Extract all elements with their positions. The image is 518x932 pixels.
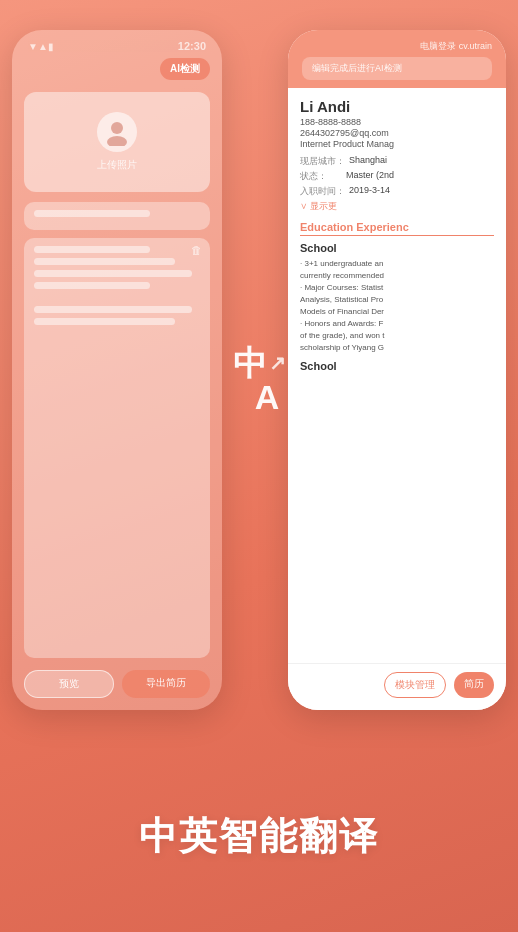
bottom-title-area: 中英智能翻译 — [0, 760, 518, 932]
work-line-3 — [34, 270, 192, 277]
right-bottom-bar: 模块管理 简历 — [288, 663, 506, 710]
school1-line5: Models of Financial Der — [300, 306, 494, 318]
status-label: 状态： — [300, 170, 342, 183]
work-section: 🗑 — [24, 238, 210, 658]
status-row: 状态： Master (2nd — [300, 170, 494, 183]
clock: 12:30 — [178, 40, 206, 52]
school1-line6: · Honors and Awards: F — [300, 318, 494, 330]
person-phone: 188-8888-8888 — [300, 117, 494, 127]
school1-name: School — [300, 242, 494, 254]
module-manage-button[interactable]: 模块管理 — [384, 672, 446, 698]
person-title: Internet Product Manag — [300, 139, 494, 149]
person-email: 2644302795@qq.com — [300, 128, 494, 138]
english-char: A — [255, 380, 280, 414]
city-value: Shanghai — [349, 155, 387, 168]
work-line-4 — [34, 282, 150, 289]
work-line-6 — [34, 318, 175, 325]
left-status-bar: ▼▲▮ 12:30 — [12, 30, 222, 58]
work-line-5 — [34, 306, 192, 313]
work-line-2 — [34, 258, 175, 265]
resume-button[interactable]: 简历 — [454, 672, 494, 698]
chinese-char: 中 — [233, 346, 267, 380]
ai-btn-container: AI检测 — [12, 58, 222, 88]
signal-icon: ▼▲▮ — [28, 41, 54, 52]
resume-content: Li Andi 188-8888-8888 2644302795@qq.com … — [288, 88, 506, 663]
avatar-icon — [97, 112, 137, 152]
arrow-icon: ↗ — [269, 353, 286, 373]
photo-upload-area[interactable]: 上传照片 — [24, 92, 210, 192]
school1-line8: scholarship of Yiyang G — [300, 342, 494, 354]
svg-point-0 — [111, 122, 123, 134]
pc-login-link[interactable]: 电脑登录 cv.utrain — [302, 40, 492, 53]
show-more-btn[interactable]: ∨ 显示更 — [300, 200, 494, 213]
translate-icon-center: 中 ↗ A — [233, 346, 286, 414]
city-row: 现居城市： Shanghai — [300, 155, 494, 168]
upload-label: 上传照片 — [97, 158, 137, 172]
join-value: 2019-3-14 — [349, 185, 390, 198]
city-label: 现居城市： — [300, 155, 345, 168]
school1-line2: currently recommended — [300, 270, 494, 282]
join-label: 入职时间： — [300, 185, 345, 198]
school2-name: School — [300, 360, 494, 372]
school1-desc: · 3+1 undergraduate an currently recomme… — [300, 258, 494, 354]
work-line-1 — [34, 246, 150, 253]
school1-line4: Analysis, Statistical Pro — [300, 294, 494, 306]
basic-info-line — [34, 210, 150, 217]
right-top-bar: 电脑登录 cv.utrain 编辑完成后进行AI检测 — [288, 30, 506, 88]
join-row: 入职时间： 2019-3-14 — [300, 185, 494, 198]
delete-icon[interactable]: 🗑 — [191, 244, 202, 256]
ai-detect-bar[interactable]: 编辑完成后进行AI检测 — [302, 57, 492, 80]
left-phone-bottom-btns: 预览 导出简历 — [12, 662, 222, 710]
status-value: Master (2nd — [346, 170, 394, 183]
school1-line7: of the grade), and won t — [300, 330, 494, 342]
school1-line1: · 3+1 undergraduate an — [300, 258, 494, 270]
left-phone: ▼▲▮ 12:30 AI检测 上传照片 — [12, 30, 222, 710]
education-section-title: Education Experienc — [300, 221, 494, 236]
basic-info-section — [24, 202, 210, 230]
main-title: 中英智能翻译 — [139, 811, 379, 862]
export-button[interactable]: 导出简历 — [122, 670, 210, 698]
right-phone: 电脑登录 cv.utrain 编辑完成后进行AI检测 Li Andi 188-8… — [288, 30, 506, 710]
phones-area: ▼▲▮ 12:30 AI检测 上传照片 — [0, 0, 518, 760]
school1-line3: · Major Courses: Statist — [300, 282, 494, 294]
main-container: ▼▲▮ 12:30 AI检测 上传照片 — [0, 0, 518, 932]
ai-detect-button[interactable]: AI检测 — [160, 58, 210, 80]
person-name: Li Andi — [300, 98, 494, 115]
preview-button[interactable]: 预览 — [24, 670, 114, 698]
svg-point-1 — [107, 136, 127, 146]
